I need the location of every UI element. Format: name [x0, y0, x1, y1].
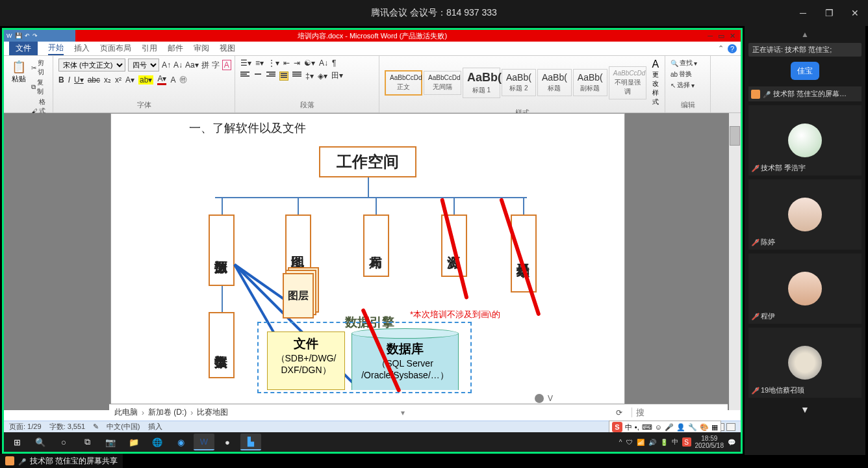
replace-button[interactable]: ab替换	[670, 70, 705, 79]
change-case-button[interactable]: Aa▾	[185, 60, 199, 70]
search-input[interactable]	[632, 408, 722, 417]
clear-format-button[interactable]: A	[222, 60, 231, 70]
tray-expand-icon[interactable]: ^	[619, 439, 622, 446]
undo-icon[interactable]: ↶	[25, 32, 30, 39]
style-subtle[interactable]: AaBbCcDd不明显强调	[609, 66, 646, 99]
mic-icon[interactable]: 🎤	[665, 423, 674, 432]
reload-icon[interactable]: ⟳	[616, 408, 622, 417]
subscript-button[interactable]: x₂	[104, 75, 111, 84]
breadcrumb-folder[interactable]: 比赛地图	[197, 407, 228, 418]
multilevel-button[interactable]: ⋮▾	[268, 58, 279, 68]
minimize-button[interactable]: ─	[790, 0, 816, 26]
word-minimize-button[interactable]: ─	[708, 32, 713, 40]
grow-font-button[interactable]: A↑	[162, 60, 171, 70]
shading-button[interactable]: ◈▾	[318, 72, 327, 81]
word-taskbar-icon[interactable]: W	[194, 434, 214, 450]
close-button[interactable]: ✕	[842, 0, 868, 26]
tray-clock[interactable]: 18:59 2020/5/18	[695, 435, 724, 449]
volume-icon[interactable]: 🔊	[648, 439, 656, 446]
taskview-icon[interactable]: ⧉	[77, 434, 97, 450]
tab-references[interactable]: 引用	[142, 43, 157, 54]
font-family-select[interactable]: 宋体 (中文正文)	[58, 58, 125, 72]
numbering-button[interactable]: ≡▾	[255, 58, 264, 68]
app-icon-tan[interactable]: ●	[217, 434, 238, 450]
phonetic-guide-button[interactable]: 拼	[201, 60, 209, 71]
tab-mailings[interactable]: 邮件	[168, 43, 183, 54]
box-icon[interactable]: ▦	[711, 423, 718, 432]
ime-tray-icon[interactable]: 中	[672, 437, 678, 447]
strike-button[interactable]: abc	[88, 75, 100, 84]
document-page[interactable]: 一、了解软件以及文件 工作空间 数据源 地图 布局 资源 三维场景	[110, 113, 625, 410]
quick-access-toolbar[interactable]: W 💾 ↶ ↷	[4, 30, 75, 42]
indent-dec-button[interactable]: ⇤	[283, 58, 290, 68]
camera-icon[interactable]: 📷	[100, 434, 121, 450]
participant-card[interactable]: 程伊	[748, 254, 862, 324]
shrink-font-button[interactable]: A↓	[173, 60, 183, 70]
security-icon[interactable]: 🛡	[626, 439, 633, 446]
ime-toolbar[interactable]: S 中 •, ⌨ ☺ 🎤 👤 🔧 🎨 ▦	[609, 421, 721, 434]
word-close-button[interactable]: ✕	[730, 32, 735, 40]
borders-button[interactable]: 田▾	[331, 70, 343, 81]
vertical-scrollbar[interactable]	[729, 113, 741, 410]
tab-file[interactable]: 文件	[9, 42, 38, 55]
char-shading-button[interactable]: A	[170, 75, 175, 84]
sogou-tray-icon[interactable]: S	[682, 437, 691, 447]
document-area[interactable]: 一、了解软件以及文件 工作空间 数据源 地图 布局 资源 三维场景	[4, 113, 741, 410]
keyboard-icon[interactable]: ⌨	[642, 423, 652, 432]
person-icon[interactable]: 👤	[676, 423, 685, 432]
search-button[interactable]: 🔍	[30, 434, 51, 450]
enclose-char-button[interactable]: ㊕	[179, 74, 187, 85]
scroll-up-button[interactable]: ▲	[748, 30, 862, 39]
breadcrumb-drive[interactable]: 新加卷 (D:)	[148, 407, 186, 418]
bullets-button[interactable]: ☰▾	[240, 58, 251, 68]
line-spacing-button[interactable]: ‡▾	[305, 72, 314, 81]
copy-button[interactable]: ⧉复制	[31, 78, 47, 96]
tab-review[interactable]: 审阅	[194, 43, 209, 54]
font-color-button[interactable]: A▾	[157, 74, 166, 85]
tab-view[interactable]: 视图	[220, 43, 235, 54]
sort-button[interactable]: A↓	[319, 58, 328, 68]
scroll-down-button[interactable]: ▼	[748, 402, 862, 417]
skin-icon[interactable]: 🎨	[700, 423, 709, 432]
status-lang[interactable]: 中文(中国)	[107, 422, 140, 432]
tab-home[interactable]: 开始	[48, 42, 64, 55]
style-normal[interactable]: AaBbCcDd正文	[385, 70, 422, 96]
maximize-button[interactable]: ❐	[816, 0, 842, 26]
underline-button[interactable]: U▾	[74, 75, 84, 84]
ribbon-collapse-icon[interactable]: ⌃	[718, 44, 724, 53]
text-effects-button[interactable]: A▾	[125, 75, 134, 84]
tencent-meeting-icon[interactable]: ▙	[240, 434, 261, 450]
save-icon[interactable]: 💾	[15, 32, 22, 39]
cut-button[interactable]: ✂剪切	[31, 58, 47, 77]
notifications-icon[interactable]: 💬	[728, 439, 735, 446]
indent-inc-button[interactable]: ⇥	[294, 58, 300, 68]
battery-icon[interactable]: 🔋	[660, 439, 668, 446]
participant-card[interactable]: 陈婷	[748, 179, 862, 250]
font-size-select[interactable]: 四号	[128, 58, 159, 72]
breadcrumb-root[interactable]: 此电脑	[114, 407, 138, 418]
app-icon-blue[interactable]: ◉	[170, 434, 191, 450]
style-heading1[interactable]: AaBb(标题 1	[463, 68, 500, 98]
style-title[interactable]: AaBb(标题	[537, 69, 572, 96]
style-nospacing[interactable]: AaBbCcDd无间隔	[424, 71, 461, 95]
participant-card[interactable]: 19地信蔡召颉	[748, 328, 862, 398]
style-subtitle[interactable]: AaBb(副标题	[573, 69, 607, 96]
style-heading2[interactable]: AaBb(标题 2	[502, 69, 536, 96]
wifi-icon[interactable]: 📶	[637, 439, 645, 446]
status-page[interactable]: 页面: 1/29	[9, 422, 42, 432]
asian-layout-button[interactable]: ☯▾	[304, 58, 315, 68]
tool-icon[interactable]: 🔧	[688, 423, 697, 432]
system-tray[interactable]: ^ 🛡 📶 🔊 🔋 中 S 18:59 2020/5/18 💬	[619, 435, 741, 449]
align-left-button[interactable]	[240, 72, 249, 81]
redo-icon[interactable]: ↷	[32, 32, 38, 39]
word-maximize-button[interactable]: ▭	[718, 32, 724, 40]
scrollbar-thumb[interactable]	[730, 126, 740, 146]
explorer-icon[interactable]: 📁	[123, 434, 144, 450]
italic-button[interactable]: I	[68, 75, 70, 84]
align-justify-button[interactable]	[279, 72, 288, 81]
cortana-icon[interactable]: ○	[53, 434, 74, 450]
char-border-button[interactable]: 字	[212, 60, 220, 71]
participant-card[interactable]: 技术部 季浩宇	[748, 105, 862, 176]
select-button[interactable]: ↖选择▾	[670, 81, 705, 90]
chrome-icon[interactable]: 🌐	[147, 434, 168, 450]
